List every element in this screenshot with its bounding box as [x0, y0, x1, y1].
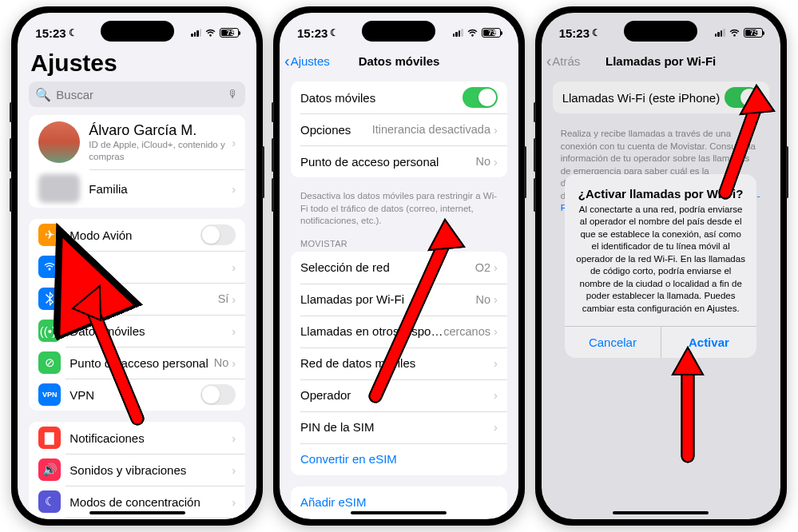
apple-id-cell[interactable]: Álvaro García M. ID de Apple, iCloud+, c… [29, 115, 245, 169]
page-title: Ajustes [18, 46, 256, 81]
battery-icon: 73 [220, 28, 239, 38]
vpn-toggle[interactable] [200, 384, 236, 405]
antenna-icon: ((•)) [38, 320, 61, 342]
nav-bar: ‹Ajustes Datos móviles [280, 46, 518, 75]
wifi-cell[interactable]: Wi-Fi › [29, 251, 245, 283]
chevron-right-icon: › [494, 292, 498, 306]
mic-icon[interactable]: 🎙 [228, 88, 239, 101]
chevron-right-icon: › [494, 388, 498, 402]
cellular-signal-icon [191, 29, 201, 37]
chevron-right-icon: › [494, 420, 498, 434]
phone-2: 15:23☾ 73 ‹Ajustes Datos móviles Datos m… [273, 6, 525, 526]
vpn-icon: VPN [38, 383, 61, 406]
family-cell[interactable]: Familia › [29, 169, 245, 208]
section-header-movistar: MOVISTAR [280, 234, 518, 252]
chevron-right-icon: › [232, 431, 236, 445]
chevron-right-icon: › [232, 324, 236, 338]
search-field[interactable]: 🔍 🎙 [29, 81, 245, 107]
bluetooth-icon [38, 288, 61, 310]
chevron-right-icon: › [232, 495, 236, 509]
bluetooth-cell[interactable]: Bluetooth Sí › [29, 283, 245, 315]
home-indicator[interactable] [351, 511, 447, 514]
chevron-right-icon: › [232, 463, 236, 477]
notifications-cell[interactable]: ▇ Notificaciones › [29, 422, 245, 454]
dynamic-island [101, 21, 174, 42]
family-avatars [38, 174, 80, 203]
mobile-data-cell[interactable]: ((•)) Datos móviles › [29, 315, 245, 347]
carrier-cell[interactable]: Operador› [291, 379, 507, 411]
nav-title: Datos móviles [359, 54, 440, 68]
wifi-icon [38, 256, 61, 278]
profile-name: Álvaro García M. [89, 122, 232, 139]
back-button[interactable]: ‹Ajustes [284, 52, 330, 70]
chevron-right-icon: › [232, 182, 236, 196]
chevron-right-icon: › [494, 356, 498, 370]
dynamic-island [624, 21, 697, 42]
dynamic-island [362, 21, 435, 42]
calls-other-devices-cell[interactable]: Llamadas en otros dispositivos cercanos› [291, 316, 507, 347]
sim-pin-cell[interactable]: PIN de la SIM› [291, 411, 507, 443]
phone-1: 15:23☾ 73 Ajustes 🔍 🎙 Álvaro García M. [11, 6, 263, 526]
chevron-right-icon: › [494, 324, 498, 338]
search-input[interactable] [56, 88, 228, 101]
data-network-cell[interactable]: Red de datos móviles› [291, 347, 507, 379]
airplane-icon: ✈ [38, 224, 61, 246]
hotspot-icon: ⊘ [38, 351, 61, 374]
moon-icon: ☾ [38, 490, 61, 513]
alert-message: Al conectarte a una red, podría enviarse… [576, 204, 745, 316]
bell-icon: ▇ [38, 427, 61, 449]
speaker-icon: 🔊 [38, 459, 61, 481]
chevron-left-icon: ‹ [284, 52, 290, 70]
dnd-moon-icon: ☾ [69, 27, 77, 38]
mobile-data-toggle[interactable] [463, 87, 498, 108]
chevron-right-icon: › [232, 136, 236, 149]
avatar [38, 121, 80, 163]
search-icon: 🔍 [35, 87, 51, 102]
cellular-signal-icon [453, 29, 463, 37]
network-selection-cell[interactable]: Selección de red O2› [291, 252, 507, 284]
options-cell[interactable]: Opciones Itinerancia desactivada› [291, 113, 507, 145]
vpn-cell[interactable]: VPN VPN [29, 379, 245, 411]
chevron-right-icon: › [494, 260, 498, 274]
hotspot-cell[interactable]: Punto de acceso personal No› [291, 145, 507, 177]
alert-activate-button[interactable]: Activar [661, 327, 757, 358]
status-time: 15:23 [35, 26, 66, 40]
convert-esim-cell[interactable]: Convertir en eSIM [291, 443, 507, 475]
alert-title: ¿Activar llamadas por Wi-Fi? [576, 187, 745, 200]
dnd-moon-icon: ☾ [330, 27, 339, 38]
confirm-alert: ¿Activar llamadas por Wi-Fi? Al conectar… [565, 174, 756, 359]
section-footer: Desactiva los datos móviles para restrin… [280, 189, 518, 234]
airplane-toggle[interactable] [200, 224, 236, 245]
wifi-icon [466, 29, 478, 38]
airplane-mode-cell[interactable]: ✈ Modo Avión [29, 219, 245, 251]
chevron-right-icon: › [232, 292, 236, 306]
alert-dimmer: ¿Activar llamadas por Wi-Fi? Al conectar… [542, 13, 780, 519]
alert-cancel-button[interactable]: Cancelar [565, 327, 661, 358]
hotspot-cell[interactable]: ⊘ Punto de acceso personal No › [29, 347, 245, 379]
sounds-cell[interactable]: 🔊 Sonidos y vibraciones › [29, 454, 245, 486]
chevron-right-icon: › [232, 356, 236, 370]
screentime-cell[interactable]: ⏳ Tiempo de uso › [29, 518, 245, 519]
battery-icon: 73 [482, 28, 501, 38]
wifi-icon [204, 29, 216, 38]
chevron-right-icon: › [494, 155, 498, 169]
mobile-data-switch-cell[interactable]: Datos móviles [291, 81, 507, 113]
phone-3: 15:23☾ 73 ‹Atrás Llamadas por Wi-Fi Llam… [535, 6, 787, 526]
chevron-right-icon: › [232, 260, 236, 274]
home-indicator[interactable] [89, 511, 185, 514]
chevron-right-icon: › [494, 123, 498, 137]
profile-sub: ID de Apple, iCloud+, contenido y compra… [89, 139, 232, 162]
wifi-calling-cell[interactable]: Llamadas por Wi-Fi No› [291, 284, 507, 316]
